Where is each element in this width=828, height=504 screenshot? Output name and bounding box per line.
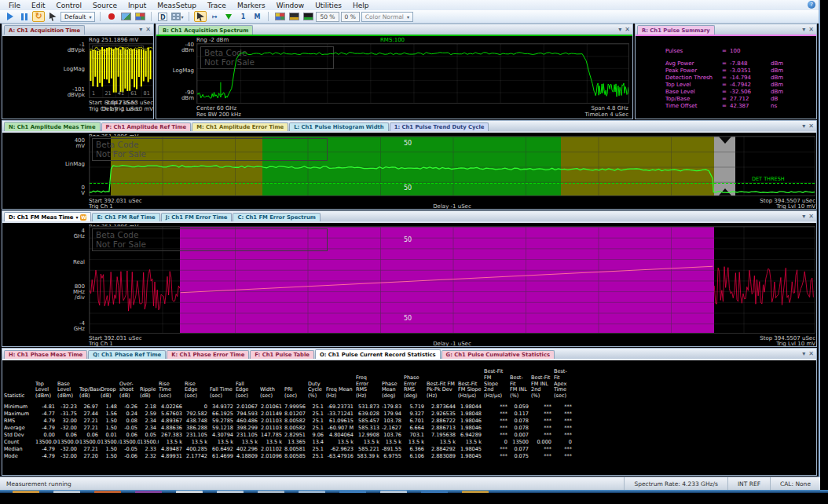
table-row: Count13500.0013500.0013500.0013500.00135…	[4, 439, 574, 446]
tab-a[interactable]: A: Ch1 Acquisition Time	[4, 25, 85, 35]
table-cell: 1.98045 G	[458, 446, 484, 453]
tab-o[interactable]: O: Ch1 Pulse Current Record Statistics	[315, 349, 441, 359]
tab-p[interactable]: P: Ch1 Amplitude Ref Time	[101, 122, 192, 131]
record-button[interactable]	[105, 11, 118, 22]
table-cell: 1.98048 G	[458, 411, 484, 418]
close-button[interactable]: ✕	[625, 25, 630, 34]
autohide-button[interactable]: ▾	[618, 25, 621, 34]
menu-control[interactable]: Control	[51, 2, 88, 9]
table-cell: 13.5 k	[326, 439, 356, 446]
run-button[interactable]	[4, 11, 16, 22]
table-header-cell: Rise Edge (sec)	[185, 382, 210, 400]
tab-d[interactable]: D: Ch1 FM Meas Time▾W	[4, 212, 91, 221]
table-header-cell: Over- shoot (dB)	[119, 382, 140, 400]
screenshot-button[interactable]	[119, 11, 132, 22]
titlebar: A: Ch1 Acquisition Time ▾✕	[2, 24, 153, 35]
restart-button[interactable]: ↻	[32, 11, 45, 22]
tab-n[interactable]: N: Ch1 Amplitude Meas Time	[4, 122, 101, 131]
tab-h[interactable]: H: Ch1 Phase Meas Time	[4, 350, 87, 359]
help-icon[interactable]: ?	[808, 1, 815, 9]
tab-1[interactable]: 1: Ch1 Pulse Trend Duty Cycle	[390, 122, 489, 131]
layout-grid-button[interactable]: ▾	[170, 11, 184, 22]
application-window: FileEditControlSourceInputMeasSetupTrace…	[0, 0, 820, 490]
menu-input[interactable]: Input	[123, 2, 152, 9]
table-cell: 4.89487 n	[159, 446, 185, 453]
color-palette-button[interactable]	[273, 11, 286, 22]
marker-m-button[interactable]: M	[251, 11, 263, 22]
table-cell: 27.21	[79, 425, 101, 432]
table-cell: 0.08	[119, 418, 140, 425]
tab-g[interactable]: G: Ch1 Pulse Cumulative Statistics	[441, 350, 555, 359]
close-button[interactable]: ✕	[808, 212, 814, 221]
menu-markers[interactable]: Markers	[232, 2, 271, 9]
tab-m[interactable]: M: Ch1 Amplitude Error Time	[192, 122, 288, 131]
tab-dropdown-icon[interactable]: ▾	[75, 213, 78, 222]
menu-window[interactable]: Window	[271, 2, 310, 9]
autohide-button[interactable]: ▾	[139, 25, 142, 34]
table-cell: 60.6492 n	[210, 446, 236, 453]
menu-edit[interactable]: Edit	[26, 2, 50, 9]
menu-trace[interactable]: Trace	[202, 2, 232, 9]
close-button[interactable]: ✕	[145, 25, 151, 34]
table-cell: -69.23731 M	[326, 404, 356, 411]
tab-label: B: Ch1 Acquisition Spectrum	[163, 26, 248, 35]
menu-utilities[interactable]: Utilities	[310, 2, 347, 9]
table-cell: 25.1	[308, 425, 326, 432]
tab-c[interactable]: C: Ch1 FM Error Spectrum	[233, 213, 320, 221]
table-cell: Count	[4, 439, 35, 446]
tab-q[interactable]: Q: Ch1 Phase Ref Time	[88, 350, 166, 359]
single-acquisition-button[interactable]	[46, 11, 59, 22]
tab-r[interactable]: R: Ch1 Pulse Summary	[637, 25, 715, 35]
table-row: Minimum-4.81-32.2326.971.48-0.262.184.02…	[4, 404, 574, 411]
tab-e[interactable]: E: Ch1 FM Ref Time	[92, 213, 159, 221]
summary-row: Top/Base=27.712dB	[665, 96, 816, 103]
preset-dropdown[interactable]: Default▾	[60, 12, 95, 22]
close-button[interactable]: ✕	[808, 122, 814, 130]
marker-to-next-button[interactable]: ↦	[208, 11, 221, 22]
marker-peak-button[interactable]	[222, 11, 235, 22]
tab-b[interactable]: B: Ch1 Acquisition Spectrum	[158, 25, 253, 35]
autohide-button[interactable]: ▾	[802, 122, 805, 130]
table-cell: 2.01067 µ	[236, 404, 260, 411]
tab-label: Q: Ch1 Phase Ref Time	[93, 351, 161, 360]
table-cell: ***	[554, 404, 574, 411]
amplitude-meas-plot[interactable]: Beta CodeNot For Sale 50 50 DET THRESH	[89, 136, 815, 196]
y-scale-readout[interactable]: 0 %	[341, 12, 360, 22]
cal-status[interactable]: CAL: None	[770, 477, 820, 490]
range-readout: Rng 251.1896 mV	[89, 37, 138, 43]
trace-style-button[interactable]	[288, 11, 300, 22]
reference-status[interactable]: INT REF	[727, 477, 770, 490]
table-cell: 13500.00	[101, 439, 119, 446]
table-cell: 4.18809 µ	[236, 453, 260, 460]
tab-l[interactable]: L: Ch1 Pulse Histogram Width	[289, 122, 389, 131]
copy-trace-button[interactable]	[134, 11, 146, 22]
spectrogram-button[interactable]	[302, 11, 314, 22]
table-cell: RMS	[4, 418, 35, 425]
close-button[interactable]: ✕	[808, 349, 814, 358]
band-count-label-top: 50	[404, 236, 412, 243]
tab-j[interactable]: J: Ch1 FM Error Time	[161, 213, 233, 221]
tab-k[interactable]: K: Ch1 Phase Error Time	[167, 350, 249, 359]
color-mode-dropdown[interactable]: Color Normal▾	[361, 12, 413, 22]
menu-file[interactable]: File	[3, 2, 26, 9]
marker-1-button[interactable]: 1	[236, 11, 249, 22]
acquisition-spectrum-plot[interactable]: Beta CodeNot For Sale	[196, 43, 629, 104]
tab-f[interactable]: F: Ch1 Pulse Table	[250, 350, 314, 359]
autohide-button[interactable]: ▾	[802, 212, 805, 221]
autohide-button[interactable]: ▾	[802, 349, 805, 358]
fm-meas-plot[interactable]: Beta CodeNot For Sale 50 50	[89, 226, 815, 334]
select-arrow-button[interactable]	[194, 11, 207, 22]
acquisition-time-plot[interactable]: Beta Code 121416181	[89, 43, 153, 98]
pause-button[interactable]	[18, 11, 31, 22]
x-scale-readout[interactable]: 50 %	[316, 12, 339, 22]
menu-source[interactable]: Source	[87, 2, 123, 9]
autohide-button[interactable]: ▾	[802, 25, 805, 34]
menu-meassetup[interactable]: MeasSetup	[152, 2, 202, 9]
menu-help[interactable]: Help	[347, 2, 375, 9]
summary-row: Top Level=-4.7942dBm	[665, 82, 816, 89]
window-controls: ▾✕	[139, 25, 151, 34]
table-cell: 27.21	[79, 418, 101, 425]
digital-demod-button[interactable]: D	[156, 11, 169, 22]
table-cell: -32.23	[57, 404, 79, 411]
close-button[interactable]: ✕	[808, 25, 814, 34]
